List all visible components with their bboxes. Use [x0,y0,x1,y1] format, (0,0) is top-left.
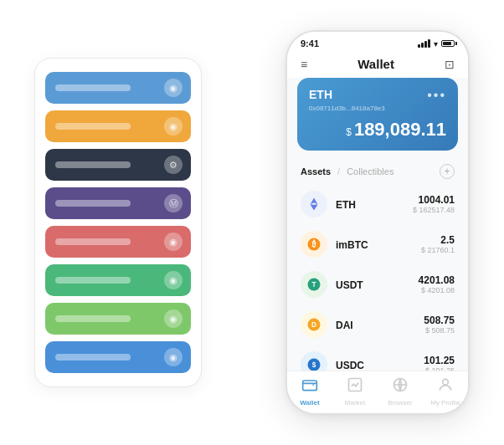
svg-text:$: $ [312,361,316,369]
usdc-amount: 101.25 [424,355,455,366]
card-panel: ◉ ◉ ⚙ Ⓜ ◉ ◉ ◉ ◉ [34,58,202,387]
asset-row-imbtc[interactable]: ₿ imBTC 2.5 $ 21760.1 [287,224,468,264]
nav-wallet-label: Wallet [300,399,319,407]
usdt-amount: 4201.08 [419,274,455,286]
status-time: 9:41 [301,38,319,49]
assets-header: Assets / Collectibles + [287,157,468,184]
eth-icon [301,191,327,217]
nav-browser[interactable]: Browser [382,376,419,407]
imbtc-name: imBTC [336,239,368,251]
usdc-values: 101.25 $ 101.25 [424,355,455,371]
scan-icon[interactable]: ⊡ [445,58,455,71]
market-nav-icon [347,376,363,397]
svg-marker-0 [314,198,318,205]
nav-market[interactable]: Market [337,376,373,407]
svg-text:D: D [311,321,316,329]
dai-usd: $ 508.75 [424,326,455,335]
assets-section: Assets / Collectibles + ETH 1004.01 $ 16… [287,157,468,371]
card-row-label-3 [55,161,131,168]
card-row-icon-6: ◉ [164,271,183,289]
eth-name: ETH [336,199,356,211]
card-row-3[interactable]: ⚙ [45,149,191,181]
imbtc-values: 2.5 $ 21760.1 [421,234,455,254]
dai-icon: D [301,311,327,338]
card-row-label-5 [55,238,131,245]
eth-card[interactable]: ETH ••• 0x08711d3b...8418a78e3 $189,089.… [297,78,458,151]
card-row-label-4 [55,200,131,207]
card-row-icon-2: ◉ [164,117,183,136]
nav-profile-label: My Profile [430,399,460,407]
profile-nav-icon [437,376,454,397]
dai-values: 508.75 $ 508.75 [424,315,455,335]
card-row-label-6 [55,277,131,284]
wifi-icon: ▾ [434,39,438,49]
nav-wallet[interactable]: Wallet [291,376,328,407]
svg-point-15 [443,379,449,385]
dai-amount: 508.75 [424,315,455,326]
card-row-icon-5: ◉ [164,233,183,251]
card-row-6[interactable]: ◉ [45,264,191,296]
eth-card-header: ETH ••• [309,88,446,103]
card-row-2[interactable]: ◉ [45,110,191,142]
tab-collectibles[interactable]: Collectibles [347,166,393,176]
card-row-label-7 [55,315,131,322]
dai-name: DAI [336,320,353,331]
page-title: Wallet [357,57,394,71]
usdc-icon: $ [301,351,327,371]
card-row-icon-1: ◉ [164,79,183,97]
signal-icon [418,39,430,48]
usdt-icon: T [301,271,327,298]
add-asset-button[interactable]: + [440,164,455,179]
imbtc-info: imBTC [336,237,413,252]
card-row-1[interactable]: ◉ [45,72,191,104]
usdt-usd: $ 4201.08 [419,286,455,294]
menu-icon[interactable]: ≡ [301,58,307,71]
eth-info: ETH [336,197,404,212]
asset-row-usdt[interactable]: T USDT 4201.08 $ 4201.08 [287,264,468,304]
usdt-name: USDT [336,279,363,291]
svg-marker-1 [311,198,315,205]
eth-values: 1004.01 $ 162517.48 [413,194,455,214]
nav-profile[interactable]: My Profile [427,376,464,407]
eth-card-address: 0x08711d3b...8418a78e3 [309,105,446,112]
card-row-label-1 [55,84,131,91]
asset-row-eth[interactable]: ETH 1004.01 $ 162517.48 [287,184,468,224]
card-row-icon-3: ⚙ [164,156,183,174]
imbtc-icon: ₿ [301,231,327,258]
assets-tab-divider: / [337,166,340,176]
asset-row-usdc[interactable]: $ USDC 101.25 $ 101.25 [287,345,468,371]
svg-marker-2 [314,204,318,210]
asset-row-dai[interactable]: D DAI 508.75 $ 508.75 [287,304,468,345]
card-row-label-2 [55,123,131,130]
usdc-info: USDC [336,357,415,371]
bottom-nav: Wallet Market Browser My Profile [287,371,468,413]
eth-card-more-button[interactable]: ••• [427,88,446,103]
nav-market-label: Market [345,399,365,407]
usdc-name: USDC [336,360,364,371]
eth-card-title: ETH [309,88,332,101]
scene: ◉ ◉ ⚙ Ⓜ ◉ ◉ ◉ ◉ [18,13,486,432]
imbtc-usd: $ 21760.1 [421,246,455,254]
card-row-label-8 [55,354,131,361]
wallet-nav-icon [301,376,318,397]
svg-rect-12 [303,381,317,391]
browser-nav-icon [392,376,409,397]
assets-tabs: Assets / Collectibles [301,166,393,176]
card-row-icon-7: ◉ [164,309,183,328]
status-icons: ▾ [418,39,455,49]
eth-card-currency: $ [346,126,352,138]
phone-mockup: 9:41 ▾ ≡ Wallet ⊡ ETH [285,30,470,415]
card-row-7[interactable]: ◉ [45,303,191,335]
card-row-icon-4: Ⓜ [164,194,183,212]
card-row-8[interactable]: ◉ [45,341,191,373]
eth-usd: $ 162517.48 [413,206,455,214]
imbtc-amount: 2.5 [421,234,455,246]
card-row-icon-8: ◉ [164,348,183,366]
card-row-4[interactable]: Ⓜ [45,187,191,219]
status-bar: 9:41 ▾ [287,32,468,52]
eth-card-balance-value: 189,089.11 [354,119,446,140]
nav-browser-label: Browser [388,399,412,407]
svg-marker-3 [311,204,315,210]
card-row-5[interactable]: ◉ [45,226,191,258]
tab-assets[interactable]: Assets [301,166,331,176]
